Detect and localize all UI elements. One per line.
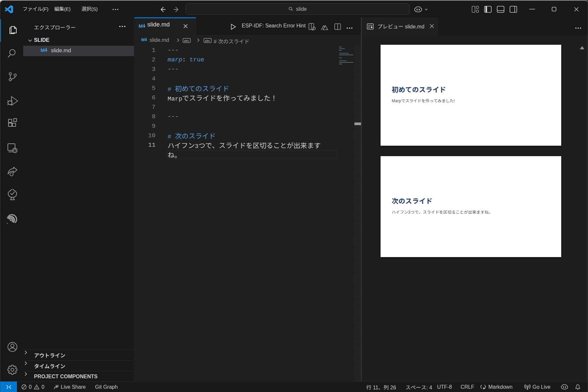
svg-text:abc: abc <box>205 39 210 42</box>
svg-text:M: M <box>139 24 143 28</box>
svg-text:M: M <box>41 48 45 53</box>
svg-text:abc: abc <box>184 39 189 42</box>
svg-text:M: M <box>141 38 145 41</box>
